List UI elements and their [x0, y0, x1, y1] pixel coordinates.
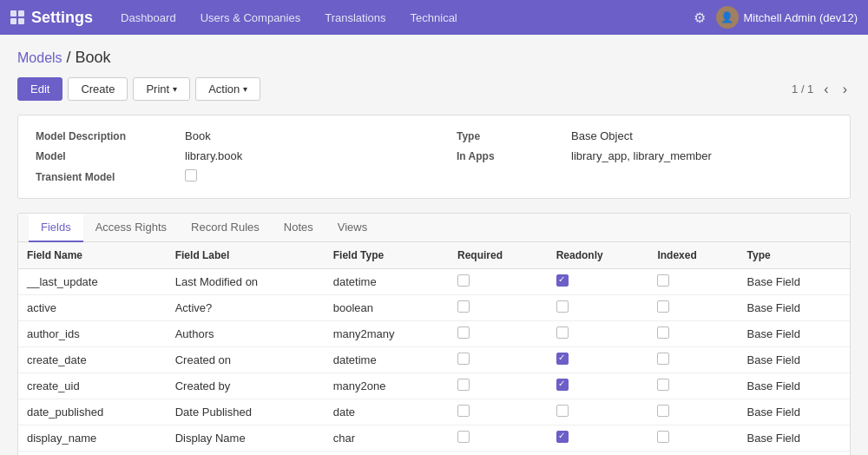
- breadcrumb: Models / Book: [17, 49, 851, 67]
- type-cell: Base Field: [739, 347, 850, 373]
- pagination-text: 1 / 1: [792, 82, 813, 96]
- readonly-cell: [548, 452, 649, 456]
- checkbox-checked: [556, 274, 569, 287]
- required-cell: [449, 269, 548, 295]
- tabs-container: Fields Access Rights Record Rules Notes …: [17, 213, 851, 455]
- nav-technical[interactable]: Technical: [400, 4, 468, 31]
- checkbox-unchecked: [457, 379, 470, 391]
- readonly-cell: [548, 269, 649, 295]
- form-grid: Model Description Book Type Base Object …: [36, 129, 832, 184]
- tab-record-rules[interactable]: Record Rules: [179, 214, 272, 242]
- field-type-cell: integer: [325, 452, 449, 456]
- type-cell: Base Field: [739, 295, 850, 321]
- col-field-label: Field Label: [167, 242, 325, 269]
- table-row[interactable]: idIDintegerBase Field: [18, 452, 850, 456]
- col-readonly: Readonly: [548, 242, 649, 269]
- field-name-cell: __last_update: [18, 269, 167, 295]
- table-row[interactable]: activeActive?booleanBase Field: [18, 295, 850, 321]
- tab-access-rights[interactable]: Access Rights: [83, 214, 179, 242]
- field-type-cell: many2many: [325, 321, 449, 347]
- checkbox-unchecked: [657, 379, 669, 391]
- field-name-cell: display_name: [18, 425, 167, 452]
- checkbox-unchecked: [457, 405, 470, 417]
- required-cell: [449, 452, 548, 456]
- required-cell: [449, 347, 548, 373]
- type-cell: Base Field: [739, 373, 850, 399]
- user-badge[interactable]: 👤 Mitchell Admin (dev12): [716, 6, 858, 29]
- type-cell: Base Field: [739, 425, 850, 452]
- transient-model-checkbox[interactable]: [185, 169, 197, 181]
- action-label: Action: [208, 82, 240, 96]
- checkbox-unchecked: [457, 274, 470, 287]
- col-required: Required: [449, 242, 548, 269]
- indexed-cell: [648, 321, 738, 347]
- checkbox-unchecked: [657, 353, 669, 365]
- avatar: 👤: [716, 6, 739, 29]
- field-name-cell: create_date: [18, 347, 167, 373]
- checkbox-unchecked: [457, 326, 470, 339]
- readonly-cell: [548, 295, 649, 321]
- type-cell: Base Field: [739, 269, 850, 295]
- top-navigation: Settings Dashboard Users & Companies Tra…: [0, 0, 868, 35]
- checkbox-checked: [556, 379, 569, 391]
- readonly-cell: [548, 347, 649, 373]
- field-type-cell: date: [325, 399, 449, 425]
- indexed-cell: [648, 425, 738, 452]
- print-button[interactable]: Print ▾: [133, 77, 190, 101]
- table-row[interactable]: create_uidCreated bymany2oneBase Field: [18, 373, 850, 399]
- checkbox-unchecked: [657, 326, 669, 339]
- indexed-cell: [648, 295, 738, 321]
- label-model: Model: [36, 150, 174, 162]
- table-row[interactable]: display_nameDisplay NamecharBase Field: [18, 425, 850, 452]
- label-in-apps: In Apps: [457, 150, 561, 162]
- field-label-cell: Authors: [167, 321, 325, 347]
- nav-links: Dashboard Users & Companies Translations…: [110, 4, 693, 31]
- create-button[interactable]: Create: [68, 77, 128, 101]
- nav-users-companies[interactable]: Users & Companies: [190, 4, 312, 31]
- action-button[interactable]: Action ▾: [195, 77, 260, 101]
- field-label-cell: Display Name: [167, 425, 325, 452]
- table-row[interactable]: date_publishedDate PublisheddateBase Fie…: [18, 399, 850, 425]
- checkbox-unchecked: [556, 326, 569, 339]
- tab-fields[interactable]: Fields: [29, 214, 83, 242]
- col-field-type: Field Type: [325, 242, 449, 269]
- type-cell: Base Field: [739, 452, 850, 456]
- table-header-row: Field Name Field Label Field Type Requir…: [18, 242, 850, 269]
- col-type: Type: [739, 242, 850, 269]
- nav-right: ⚙ 👤 Mitchell Admin (dev12): [694, 6, 858, 29]
- checkbox-unchecked: [657, 405, 669, 417]
- indexed-cell: [648, 399, 738, 425]
- col-field-name: Field Name: [18, 242, 167, 269]
- prev-arrow[interactable]: ‹: [820, 80, 832, 99]
- field-label-cell: Last Modified on: [167, 269, 325, 295]
- nav-translations[interactable]: Translations: [314, 4, 396, 31]
- field-type-cell: char: [325, 425, 449, 452]
- tab-notes[interactable]: Notes: [272, 214, 326, 242]
- breadcrumb-parent[interactable]: Models: [17, 50, 62, 65]
- table-row[interactable]: create_dateCreated ondatetimeBase Field: [18, 347, 850, 373]
- next-arrow[interactable]: ›: [839, 80, 851, 99]
- table-row[interactable]: author_idsAuthorsmany2manyBase Field: [18, 321, 850, 347]
- field-name-cell: author_ids: [18, 321, 167, 347]
- breadcrumb-separator: /: [62, 49, 76, 66]
- field-name-cell: active: [18, 295, 167, 321]
- label-transient-model: Transient Model: [36, 171, 174, 183]
- settings-icon[interactable]: ⚙: [694, 10, 706, 26]
- readonly-cell: [548, 425, 649, 452]
- fields-table: Field Name Field Label Field Type Requir…: [18, 242, 850, 455]
- app-menu-icon[interactable]: [10, 10, 24, 24]
- required-cell: [449, 425, 548, 452]
- indexed-cell: [648, 452, 738, 456]
- field-name-cell: create_uid: [18, 373, 167, 399]
- type-cell: Base Field: [739, 321, 850, 347]
- value-type: Base Object: [571, 129, 832, 142]
- field-type-cell: many2one: [325, 373, 449, 399]
- tab-views[interactable]: Views: [326, 214, 379, 242]
- pagination-area: 1 / 1 ‹ ›: [792, 80, 851, 99]
- table-row[interactable]: __last_updateLast Modified ondatetimeBas…: [18, 269, 850, 295]
- edit-button[interactable]: Edit: [17, 77, 62, 101]
- required-cell: [449, 295, 548, 321]
- nav-dashboard[interactable]: Dashboard: [110, 4, 187, 31]
- type-cell: Base Field: [739, 399, 850, 425]
- checkbox-unchecked: [657, 431, 669, 443]
